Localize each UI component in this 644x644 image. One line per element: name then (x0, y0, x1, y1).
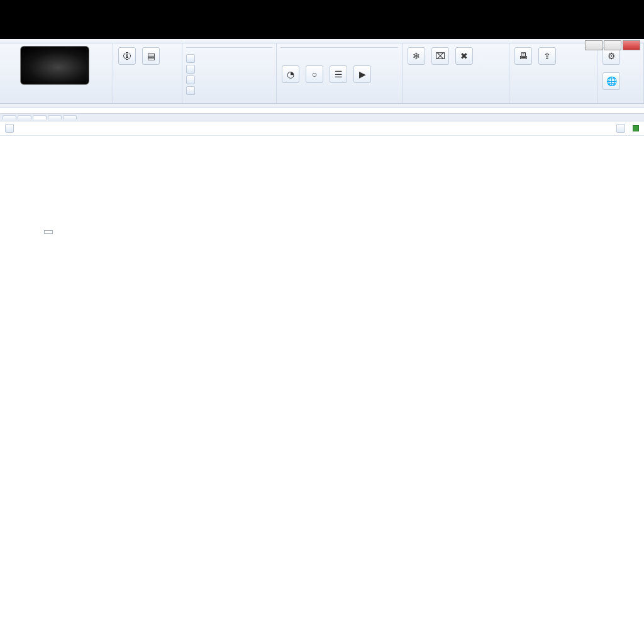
plot-area[interactable] (44, 136, 644, 601)
list-icon: ☰ (330, 65, 347, 83)
ribbon-group-vehicle (0, 43, 113, 103)
info-bar (0, 108, 644, 114)
select-pid-button[interactable] (186, 54, 197, 63)
printer-icon: 🖶 (514, 47, 532, 65)
tab-dashboard[interactable] (3, 115, 16, 119)
tab-graphs[interactable] (33, 115, 47, 119)
record-button[interactable] (186, 65, 197, 74)
ribbon-group-readiness: ◔ ○ ☰ ▶ (277, 43, 402, 103)
ecu-button[interactable]: ▤ (141, 46, 161, 67)
snowflake-icon: ❄ (408, 47, 425, 65)
export-button[interactable]: ⇪ (537, 46, 557, 67)
ribbon-group-info: 🛈 ▤ (113, 43, 182, 103)
y-axis-ticks (14, 136, 44, 601)
ribbon-group-tools: ❄ ⌧ ✖ (402, 43, 509, 103)
x-axis-ticks (44, 589, 644, 601)
window-controls (585, 40, 640, 50)
chart-options-icon[interactable] (616, 124, 625, 133)
gauge-icon: ◔ (282, 65, 299, 83)
chip-icon: ▤ (142, 47, 160, 65)
chart-toolbar (0, 121, 644, 136)
ribbon-group-settings: ⚙ 🌐 (597, 43, 644, 103)
maximize-button[interactable] (604, 40, 621, 50)
o2-button[interactable]: ○ (304, 64, 325, 86)
tab-strip (0, 114, 644, 121)
print-button[interactable]: 🖶 (513, 46, 533, 67)
close-button[interactable] (623, 40, 640, 50)
filter-icon (186, 86, 195, 95)
y-axis-label (0, 136, 14, 601)
mode06-button[interactable]: ☰ (328, 64, 348, 86)
menu-bar (0, 39, 644, 43)
tab-snapshot[interactable] (48, 115, 62, 119)
globe-icon: 🌐 (602, 72, 620, 90)
erase-icon: ✖ (455, 47, 473, 65)
title-subtitle (0, 34, 644, 39)
export-icon: ⇪ (538, 47, 556, 65)
ribbon-group-params (182, 43, 277, 103)
o2-icon: ○ (306, 65, 323, 83)
info-icon: 🛈 (118, 47, 136, 65)
play-icon: ▶ (353, 65, 371, 83)
minimize-button[interactable] (585, 40, 602, 50)
about-button[interactable]: 🌐 (601, 71, 621, 92)
im-readiness-button[interactable]: ◔ (280, 64, 301, 86)
ribbon-toolbar: 🛈 ▤ ◔ ○ ☰ ▶ ❄ ⌧ ✖ � (0, 43, 644, 104)
readiness-header (280, 46, 398, 48)
params-header (186, 46, 272, 48)
status-bar (0, 104, 644, 108)
ribbon-group-report: 🖶 ⇪ (509, 43, 597, 103)
title-bar (0, 0, 644, 34)
snapshot-button[interactable]: ⌧ (430, 46, 450, 67)
clear-dtc-button[interactable]: ✖ (454, 46, 474, 67)
chart-area (0, 136, 644, 601)
tab-alarms[interactable] (63, 115, 77, 119)
chart-svg (44, 136, 233, 230)
live-button[interactable]: ▶ (352, 64, 372, 86)
chart-live-icon[interactable] (5, 124, 14, 133)
tab-tables[interactable] (18, 115, 31, 119)
reset-button[interactable] (186, 75, 197, 84)
record-icon (186, 65, 195, 74)
info-button[interactable]: 🛈 (117, 46, 137, 67)
reset-icon (186, 75, 195, 84)
series-label-intake (44, 230, 53, 234)
vehicle-image (20, 46, 89, 85)
freeze-frame-button[interactable]: ❄ (406, 46, 426, 67)
camera-icon: ⌧ (431, 47, 449, 65)
checkbox-icon (186, 54, 195, 63)
filter-button[interactable] (186, 86, 197, 95)
legend-swatch (633, 125, 639, 131)
